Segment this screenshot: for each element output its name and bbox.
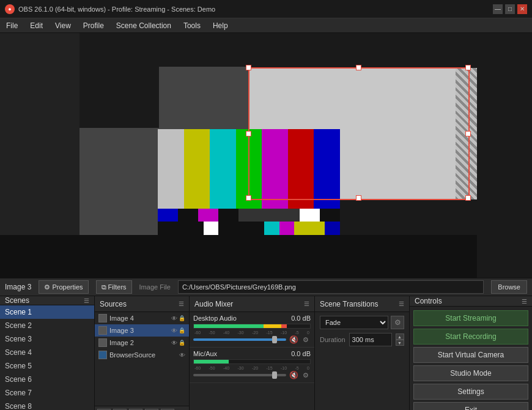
mic-meter-green [194,360,229,363]
audio-mixer-panel: Audio Mixer ☰ Desktop Audio 0.0 dB -60-5… [190,296,315,410]
handle-ml[interactable] [246,131,251,136]
source-item-image3[interactable]: Image 3 👁 🔒 [95,324,189,337]
sources-menu-icon[interactable]: ☰ [179,300,184,307]
bot-dark [238,209,299,222]
source-name-image4: Image 4 [109,315,169,322]
scene-item-4[interactable]: Scene 4 [0,346,94,359]
bar-red [288,129,314,209]
scenes-menu-icon[interactable]: ☰ [84,297,89,304]
selected-source-name: Image 3 [5,283,31,291]
browse-button[interactable]: Browse [491,280,527,294]
scene-item-3[interactable]: Scene 3 [0,332,94,346]
smpte-bars [158,129,340,235]
desktop-mute-button[interactable]: 🔇 [289,335,298,345]
menu-file[interactable]: File [0,18,24,32]
transitions-title: Scene Transitions [320,300,378,308]
menu-help[interactable]: Help [207,18,234,32]
source-bar: Image 3 ⚙ Properties ⧉ Filters Image Fil… [0,278,532,296]
source-item-image4[interactable]: Image 4 👁 🔒 [95,312,189,324]
start-recording-button[interactable]: Start Recording [413,329,528,345]
source-eye-btn-browser[interactable]: 👁 [179,352,185,359]
bot-mag [198,209,218,222]
desktop-meter-yellow [264,324,281,328]
mic-meter-labels: -60-50-40-30-20-15-10-50 [193,366,311,370]
duration-down-button[interactable]: ▼ [396,340,404,346]
minimize-button[interactable]: — [493,4,503,14]
pluge-yel [294,222,325,235]
scenes-panel: Scenes ☰ Scene 1 Scene 2 Scene 3 Scene 4… [0,296,95,410]
desktop-volume-thumb[interactable] [272,336,277,343]
mic-mute-button[interactable]: 🔇 [289,370,298,380]
studio-mode-button[interactable]: Studio Mode [413,365,528,381]
menu-scene-collection[interactable]: Scene Collection [110,18,177,32]
sources-list: Image 4 👁 🔒 Image 3 👁 🔒 Image 2 👁 [95,312,189,361]
source-path-input[interactable] [178,280,484,294]
start-virtual-camera-button[interactable]: Start Virtual Camera [413,347,528,363]
filters-button[interactable]: ⧉ Filters [96,280,132,294]
preview-area[interactable] [0,33,532,278]
mic-aux-meter [193,359,311,364]
transitions-panel: Scene Transitions ☰ Fade ⚙ Duration ▲ ▼ [315,296,410,410]
pluge-white [204,222,219,235]
source-lock-image2[interactable]: 🔒 [179,340,185,346]
desktop-audio-channel: Desktop Audio 0.0 dB -60-50-40-30-20-15-… [190,312,314,348]
mic-volume-thumb[interactable] [272,371,277,379]
desktop-audio-name: Desktop Audio [193,315,237,322]
desktop-audio-settings-button[interactable]: ⚙ [301,335,311,345]
source-lock-image4[interactable]: 🔒 [179,315,185,322]
scenes-title: Scenes [5,296,29,305]
scene-item-8[interactable]: Scene 8 [0,400,94,410]
menu-profile[interactable]: Profile [77,18,110,32]
maximize-button[interactable]: □ [505,4,515,14]
panels-row: Scenes ☰ Scene 1 Scene 2 Scene 3 Scene 4… [0,296,532,410]
pluge-left [158,222,204,235]
menu-tools[interactable]: Tools [177,18,207,32]
source-eye-btn-image4[interactable]: 👁 [171,315,177,322]
bot-white [300,209,320,222]
menu-view[interactable]: View [49,18,77,32]
mic-audio-settings-button[interactable]: ⚙ [301,370,311,380]
duration-input[interactable] [349,333,392,346]
source-icons-image2: 👁 🔒 [171,340,185,346]
source-name-image2: Image 2 [109,339,169,346]
exit-button[interactable]: Exit [413,402,528,410]
source-eye-btn-image3[interactable]: 👁 [171,327,177,334]
transition-type-select[interactable]: Fade [320,316,388,329]
source-item-browser[interactable]: BrowserSource 👁 [95,349,189,361]
audio-menu-icon[interactable]: ☰ [304,300,309,307]
sources-spacer [95,361,189,406]
transition-gear-button[interactable]: ⚙ [391,316,404,329]
bottom-dark [0,235,477,278]
desktop-volume-slider[interactable] [193,338,286,341]
pluge-navy [325,222,340,235]
mic-aux-channel: Mic/Aux 0.0 dB -60-50-40-30-20-15-10-50 … [190,348,314,383]
handle-bm[interactable] [356,195,361,201]
handle-bl[interactable] [246,195,251,201]
mic-volume-slider[interactable] [193,374,286,376]
handle-br[interactable] [465,195,471,201]
source-item-image2[interactable]: Image 2 👁 🔒 [95,337,189,349]
scene-item-1[interactable]: Scene 1 [0,305,94,319]
bot-black3 [320,209,340,222]
scene-item-7[interactable]: Scene 7 [0,386,94,400]
controls-menu-icon[interactable]: ☰ [522,298,527,305]
handle-tl[interactable] [246,65,251,70]
settings-button[interactable]: Settings [413,384,528,400]
source-eye-btn-image2[interactable]: 👁 [171,340,177,346]
handle-tr[interactable] [465,65,471,70]
handle-mr[interactable] [465,131,471,136]
menu-edit[interactable]: Edit [24,18,49,32]
bot-black [178,209,198,222]
duration-arrows: ▲ ▼ [396,334,404,346]
transitions-menu-icon[interactable]: ☰ [399,300,404,307]
close-button[interactable]: ✕ [517,4,527,14]
scene-item-2[interactable]: Scene 2 [0,319,94,332]
start-streaming-button[interactable]: Start Streaming [413,310,528,326]
controls-panel: Controls ☰ Start Streaming Start Recordi… [410,296,532,410]
scene-item-6[interactable]: Scene 6 [0,373,94,386]
duration-up-button[interactable]: ▲ [396,334,404,340]
properties-button[interactable]: ⚙ Properties [39,280,88,294]
scene-item-5[interactable]: Scene 5 [0,359,94,373]
handle-tm[interactable] [356,65,361,70]
source-lock-image3[interactable]: 🔒 [179,327,185,334]
